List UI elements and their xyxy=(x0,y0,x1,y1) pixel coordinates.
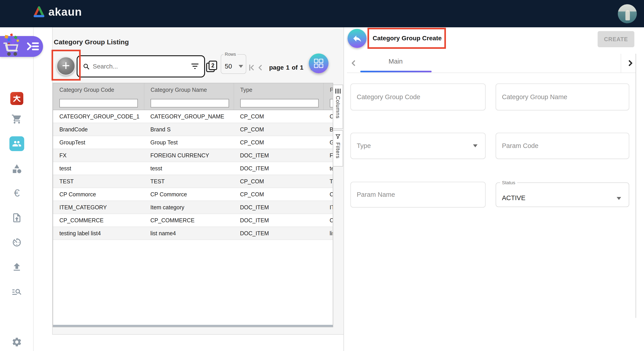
columns-icon xyxy=(335,89,340,94)
back-button[interactable] xyxy=(348,29,366,48)
grid-icon xyxy=(314,58,324,68)
grid-view-button[interactable] xyxy=(309,53,328,73)
table-cell: testing label list4 xyxy=(53,230,144,237)
people-icon xyxy=(12,139,22,148)
table-cell: CP Commorce xyxy=(144,191,234,198)
table-cell: CP_COM xyxy=(234,139,323,146)
chevron-down-icon xyxy=(617,197,621,200)
rows-value: 50 xyxy=(225,63,232,70)
table-cell: Group Test xyxy=(144,139,234,146)
filter-list-icon[interactable] xyxy=(191,63,199,70)
sidebar-item-upload[interactable] xyxy=(0,262,34,272)
category-group-name-input[interactable] xyxy=(496,84,629,110)
prev-page-button[interactable] xyxy=(256,63,265,72)
logo-triangle-icon xyxy=(33,6,45,18)
category-shapes-icon xyxy=(12,163,22,174)
column-filter-input[interactable] xyxy=(60,99,138,107)
user-avatar[interactable] xyxy=(618,4,637,23)
app-logo: akaun xyxy=(33,5,82,18)
column-filter-input[interactable] xyxy=(150,99,229,107)
rows-label: Rows xyxy=(224,52,237,57)
table-cell: FX xyxy=(53,152,144,159)
add-button[interactable]: + xyxy=(56,57,75,75)
list-search-icon xyxy=(12,286,22,297)
sidebar: € xyxy=(0,27,34,351)
create-button[interactable]: CREATE xyxy=(598,31,634,47)
search-input[interactable] xyxy=(93,63,191,70)
sidebar-item-category[interactable] xyxy=(0,163,34,174)
table-cell: FOREIGN CURRENCY xyxy=(144,152,234,159)
table-cell: ITEM_CATEGORY xyxy=(323,204,333,211)
multi-page-icon[interactable]: 2 xyxy=(206,61,218,72)
status-select[interactable]: Status ACTIVE xyxy=(496,180,629,207)
table-cell: DOC_ITEM xyxy=(234,204,323,211)
filters-tab[interactable]: Filters xyxy=(333,130,343,167)
filter-funnel-icon xyxy=(335,133,341,140)
search-bar xyxy=(77,55,205,77)
table-cell: list name4 xyxy=(144,230,234,237)
file-upload-icon xyxy=(12,212,22,223)
table-cell: GroupTest xyxy=(53,139,144,146)
table-cell: CP Commorce xyxy=(53,191,144,198)
table-cell: TEST xyxy=(53,178,144,185)
columns-tab-label: Columns xyxy=(335,96,341,119)
sidebar-item-bigapp[interactable] xyxy=(10,92,23,105)
param-code-input[interactable] xyxy=(496,133,629,158)
table-row[interactable]: tessttesstDOC_ITEMtesst xyxy=(53,162,333,175)
table-row[interactable]: FXFOREIGN CURRENCYDOC_ITEMFX xyxy=(53,149,333,162)
sidebar-item-currency[interactable]: € xyxy=(0,188,34,198)
category-group-table: Category Group CodeCategory Group NameTy… xyxy=(53,83,333,327)
sidebar-item-list-search[interactable] xyxy=(0,286,34,297)
collapse-menu-icon[interactable] xyxy=(27,42,39,51)
search-icon xyxy=(83,63,90,70)
sidebar-item-timer[interactable] xyxy=(0,237,34,248)
status-label: Status xyxy=(500,180,517,185)
table-row[interactable]: BrandCodeBrand SCP_COMBrandCode xyxy=(53,123,333,136)
tab-main[interactable]: Main xyxy=(374,58,418,65)
upload-icon xyxy=(12,262,22,272)
active-tab-underline xyxy=(360,71,432,72)
vertical-scrollbar[interactable] xyxy=(636,54,636,318)
param-name-input[interactable] xyxy=(351,182,485,207)
table-cell: GroupTest xyxy=(323,139,333,146)
table-cell: CP_COMMERCE xyxy=(144,217,234,224)
total-pages: 1 xyxy=(300,64,304,71)
app-banner xyxy=(0,36,43,57)
table-cell: ITEM_CATEGORY xyxy=(53,204,144,211)
sidebar-item-people-active[interactable] xyxy=(10,136,24,151)
columns-tab[interactable]: Columns xyxy=(333,85,343,129)
page-indicator: page1of1 xyxy=(268,64,304,71)
table-row[interactable]: ITEM_CATEGORYItem categoryDOC_ITEMITEM_C… xyxy=(53,201,333,214)
create-panel: Category Group Create CREATE Main Type xyxy=(344,27,644,351)
page-front-layer: 2 xyxy=(208,61,217,70)
sidebar-item-cart[interactable] xyxy=(0,114,34,124)
horizontal-scrollbar[interactable] xyxy=(53,325,333,327)
tabs-scroll-right-button[interactable] xyxy=(626,59,635,68)
table-cell: Item category xyxy=(144,204,234,211)
topbar: akaun xyxy=(0,0,644,27)
first-page-button[interactable] xyxy=(247,63,256,72)
table-row[interactable]: testing label list4list name4DOC_ITEMlis… xyxy=(53,227,333,240)
table-cell: DOC_ITEM xyxy=(234,217,323,224)
sidebar-item-file-upload[interactable] xyxy=(0,212,34,223)
table-row[interactable]: GroupTestGroup TestCP_COMGroupTest xyxy=(53,136,333,149)
table-row[interactable]: CATEGORY_GROUP_CODE_1CATEGORY_GROUP_NAME… xyxy=(53,110,333,123)
table-cell: CP_COM xyxy=(234,126,323,133)
filters-tab-label: Filters xyxy=(335,142,341,158)
table-cell: tesst xyxy=(144,165,234,172)
table-row[interactable]: TESTTESTCP_COMTEST xyxy=(53,175,333,188)
table-cell: CATEGORY_GROUP_CODE_1 xyxy=(53,113,144,120)
rows-selector[interactable]: Rows 50 xyxy=(221,52,246,74)
column-filter-input[interactable] xyxy=(240,99,319,107)
chevron-down-icon xyxy=(239,65,243,68)
table-row[interactable]: CP CommorceCP CommorceCP_COMCP Commorce xyxy=(53,188,333,201)
category-group-code-input[interactable] xyxy=(351,84,485,110)
sidebar-item-settings[interactable] xyxy=(0,337,34,348)
chevron-down-icon xyxy=(473,144,478,147)
table-row[interactable]: CP_COMMERCECP_COMMERCEDOC_ITEMCP_COMMERC… xyxy=(53,214,333,227)
plus-icon: + xyxy=(62,59,70,72)
type-select[interactable]: Type xyxy=(350,133,486,159)
table-cell: tesst xyxy=(323,165,333,172)
app-root: akaun € xyxy=(0,0,644,351)
tabs-scroll-left-button[interactable] xyxy=(349,59,358,68)
